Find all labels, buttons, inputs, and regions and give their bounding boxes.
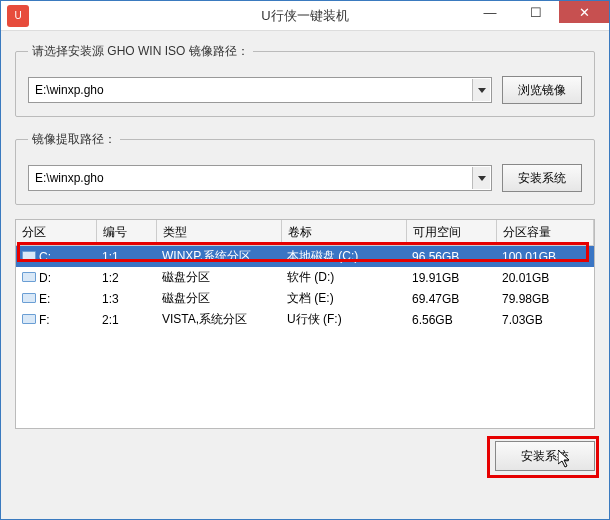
- table-row[interactable]: D:1:2磁盘分区软件 (D:)19.91GB20.01GB: [16, 267, 594, 288]
- source-path-value: E:\winxp.gho: [35, 83, 104, 97]
- table-cell: 79.98GB: [496, 288, 594, 309]
- install-system-button-bottom[interactable]: 安装系统: [495, 441, 595, 471]
- drive-icon: [22, 293, 36, 303]
- app-window: U U行侠一键装机 — ☐ ✕ 请选择安装源 GHO WIN ISO 镜像路径：…: [0, 0, 610, 520]
- table-cell: 软件 (D:): [281, 267, 406, 288]
- chevron-down-icon[interactable]: [472, 167, 490, 189]
- maximize-button[interactable]: ☐: [513, 1, 559, 23]
- extract-legend: 镜像提取路径：: [28, 131, 120, 148]
- source-fieldset: 请选择安装源 GHO WIN ISO 镜像路径： E:\winxp.gho 浏览…: [15, 43, 595, 117]
- bottom-actions: 安装系统: [15, 441, 595, 471]
- table-header-row: 分区 编号 类型 卷标 可用空间 分区容量: [16, 220, 594, 246]
- table-cell: 2:1: [96, 309, 156, 330]
- window-controls: — ☐ ✕: [467, 1, 609, 30]
- table-cell: E:: [16, 288, 96, 309]
- table-cell: 100.01GB: [496, 246, 594, 268]
- table-cell: 1:2: [96, 267, 156, 288]
- table-cell: C:: [16, 246, 96, 268]
- partition-table: 分区 编号 类型 卷标 可用空间 分区容量 C:1:1WINXP,系统分区本地磁…: [16, 220, 594, 330]
- col-type[interactable]: 类型: [156, 220, 281, 246]
- table-cell: VISTA,系统分区: [156, 309, 281, 330]
- minimize-button[interactable]: —: [467, 1, 513, 23]
- table-cell: 1:1: [96, 246, 156, 268]
- table-cell: U行侠 (F:): [281, 309, 406, 330]
- extract-fieldset: 镜像提取路径： E:\winxp.gho 安装系统: [15, 131, 595, 205]
- col-partition[interactable]: 分区: [16, 220, 96, 246]
- table-row[interactable]: C:1:1WINXP,系统分区本地磁盘 (C:)96.56GB100.01GB: [16, 246, 594, 268]
- table-cell: 磁盘分区: [156, 288, 281, 309]
- source-path-combo[interactable]: E:\winxp.gho: [28, 77, 492, 103]
- drive-icon: [22, 272, 36, 282]
- table-cell: 19.91GB: [406, 267, 496, 288]
- table-cell: 1:3: [96, 288, 156, 309]
- col-size[interactable]: 分区容量: [496, 220, 594, 246]
- table-cell: 96.56GB: [406, 246, 496, 268]
- content-area: 请选择安装源 GHO WIN ISO 镜像路径： E:\winxp.gho 浏览…: [1, 31, 609, 485]
- app-icon: U: [7, 5, 29, 27]
- install-system-button-top[interactable]: 安装系统: [502, 164, 582, 192]
- table-cell: F:: [16, 309, 96, 330]
- extract-path-value: E:\winxp.gho: [35, 171, 104, 185]
- table-cell: 本地磁盘 (C:): [281, 246, 406, 268]
- table-cell: 7.03GB: [496, 309, 594, 330]
- browse-image-button[interactable]: 浏览镜像: [502, 76, 582, 104]
- table-cell: 磁盘分区: [156, 267, 281, 288]
- col-number[interactable]: 编号: [96, 220, 156, 246]
- table-row[interactable]: F:2:1VISTA,系统分区U行侠 (F:)6.56GB7.03GB: [16, 309, 594, 330]
- table-cell: 6.56GB: [406, 309, 496, 330]
- col-free[interactable]: 可用空间: [406, 220, 496, 246]
- table-cell: 69.47GB: [406, 288, 496, 309]
- table-row[interactable]: E:1:3磁盘分区文档 (E:)69.47GB79.98GB: [16, 288, 594, 309]
- svg-marker-1: [478, 176, 486, 181]
- drive-icon: [22, 314, 36, 324]
- drive-icon: [22, 251, 36, 261]
- table-cell: D:: [16, 267, 96, 288]
- partition-table-container: 分区 编号 类型 卷标 可用空间 分区容量 C:1:1WINXP,系统分区本地磁…: [15, 219, 595, 429]
- svg-marker-0: [478, 88, 486, 93]
- extract-path-combo[interactable]: E:\winxp.gho: [28, 165, 492, 191]
- window-title: U行侠一键装机: [261, 7, 348, 25]
- col-label[interactable]: 卷标: [281, 220, 406, 246]
- titlebar: U U行侠一键装机 — ☐ ✕: [1, 1, 609, 31]
- table-cell: WINXP,系统分区: [156, 246, 281, 268]
- table-cell: 文档 (E:): [281, 288, 406, 309]
- install-button-label: 安装系统: [521, 448, 569, 465]
- close-button[interactable]: ✕: [559, 1, 609, 23]
- chevron-down-icon[interactable]: [472, 79, 490, 101]
- table-cell: 20.01GB: [496, 267, 594, 288]
- source-legend: 请选择安装源 GHO WIN ISO 镜像路径：: [28, 43, 253, 60]
